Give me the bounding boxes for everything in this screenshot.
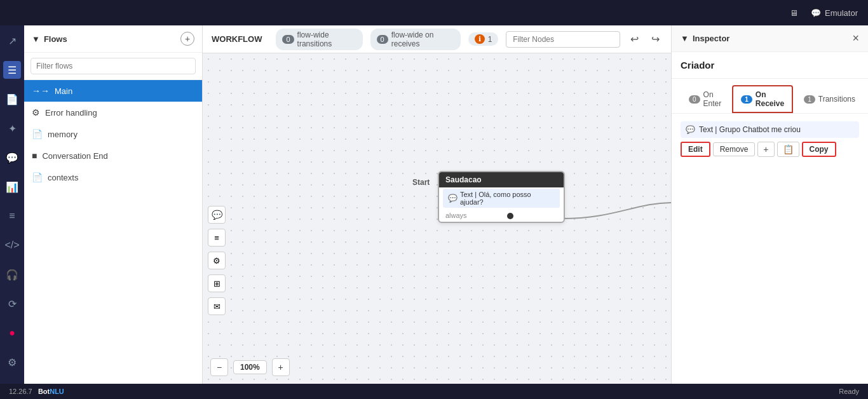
filter-nodes-input[interactable] <box>506 31 620 48</box>
sidebar-analytics-icon[interactable]: 📊 <box>3 178 21 196</box>
redo-button[interactable]: ↪ <box>649 32 662 46</box>
sidebar-nlu-icon[interactable]: ✦ <box>3 119 21 137</box>
node-saudacao-action: 💬 Text | Olá, como posso ajudar? <box>443 189 560 208</box>
sidebar-settings-icon[interactable]: ⚙ <box>3 353 21 371</box>
workflow-toolbar: WORKFLOW 0 flow-wide transitions 0 flow-… <box>203 25 671 53</box>
node-saudacao-title: Saudacao <box>439 172 564 187</box>
flow-arrow-icon: →→ <box>32 86 50 96</box>
sidebar-chat-icon[interactable]: 💬 <box>3 149 21 166</box>
sidebar-doc-icon[interactable]: 📄 <box>3 90 21 108</box>
sidebar-dev-icon[interactable]: </> <box>3 236 21 254</box>
canvas-icon-split[interactable]: ⊞ <box>208 274 226 292</box>
wf-badge-warn: ℹ 1 <box>468 32 499 46</box>
inspector-action-buttons: Edit Remove + 📋 Copy <box>681 142 859 157</box>
inspector-chevron-icon: ▼ <box>681 34 689 43</box>
tab-on-receive-label: On Receive <box>756 90 784 108</box>
wf-badge-receives-num: 0 <box>377 35 388 44</box>
edit-button[interactable]: Edit <box>681 142 710 157</box>
flow-label-convend: Conversation End <box>42 151 107 161</box>
sidebar-code-icon[interactable]: ≡ <box>3 207 21 225</box>
sidebar-integrations-icon[interactable]: ⟳ <box>3 295 21 313</box>
version-text: 12.26.7 BotNLU <box>9 388 64 395</box>
inspector-header-title: ▼ Inspector <box>681 34 729 43</box>
workflow-canvas[interactable]: Start Saudacao 💬 Text | Olá, como posso … <box>203 53 671 384</box>
wf-badge-transitions-num: 0 <box>282 35 294 44</box>
flow-doc-icon-memory: 📄 <box>32 129 43 139</box>
tab-on-enter-label: On Enter <box>703 90 722 108</box>
undo-button[interactable]: ↩ <box>628 32 641 46</box>
flow-item-memory[interactable]: 📄 memory <box>24 123 202 145</box>
emulator-button[interactable]: 💬 Emulator <box>811 8 858 18</box>
flows-chevron-icon: ▼ <box>32 34 40 44</box>
zoom-level: 100% <box>233 360 267 374</box>
flow-label-memory: memory <box>48 130 78 139</box>
copy-icon-button[interactable]: 📋 <box>777 142 799 157</box>
node-saudacao-always: always <box>439 209 564 222</box>
wf-badge-warn-val: 1 <box>488 35 492 44</box>
wf-badge-transitions-label: flow-wide transitions <box>297 30 356 48</box>
node-saudacao-dot <box>507 213 513 219</box>
status-text: Ready <box>839 388 859 395</box>
inspector-node-title: Criador <box>672 52 868 79</box>
wf-badge-receives-label: flow-wide on receives <box>391 30 454 48</box>
flow-item-contexts[interactable]: 📄 contexts <box>24 166 202 188</box>
canvas-icon-chat[interactable]: 💬 <box>208 206 226 224</box>
start-label: Start <box>412 178 430 187</box>
screen-icon: 🖥 <box>790 8 798 18</box>
canvas-icon-list[interactable]: ≡ <box>208 229 226 247</box>
inspector-close-button[interactable]: × <box>852 32 859 45</box>
flows-search-container <box>24 53 202 80</box>
zoom-in-button[interactable]: + <box>272 358 290 376</box>
emulator-label: Emulator <box>825 8 858 18</box>
add-icon-button[interactable]: + <box>757 142 774 157</box>
chat-icon: 💬 <box>448 194 458 203</box>
flow-item-error[interactable]: ⚙ Error handling <box>24 102 202 123</box>
tab-transitions[interactable]: 1 Transitions <box>796 90 864 108</box>
tab-on-enter-badge: 0 <box>689 95 700 104</box>
sidebar-agent-icon[interactable]: 🎧 <box>3 266 21 283</box>
flow-label-error: Error handling <box>45 108 97 118</box>
add-flow-button[interactable]: + <box>180 32 194 46</box>
screen-button[interactable]: 🖥 <box>790 8 798 18</box>
tab-on-enter[interactable]: 0 On Enter <box>681 86 729 112</box>
bottom-bar: 12.26.7 BotNLU Ready <box>0 384 868 399</box>
canvas-icon-email[interactable]: ✉ <box>208 297 226 315</box>
action-chat-icon: 💬 <box>686 125 695 134</box>
connector-path <box>562 203 671 219</box>
top-bar: 🖥 💬 Emulator <box>0 0 868 25</box>
wf-badge-transitions: 0 flow-wide transitions <box>276 29 362 50</box>
tab-transitions-label: Transitions <box>818 95 855 104</box>
flow-item-convend[interactable]: ■ Conversation End <box>24 145 202 166</box>
flow-square-icon: ■ <box>32 151 37 161</box>
inspector-content: 💬 Text | Grupo Chatbot me criou Edit Rem… <box>672 114 868 384</box>
sidebar-flows-icon[interactable]: ☰ <box>3 61 21 79</box>
canvas-icon-code[interactable]: ⚙ <box>208 252 226 269</box>
sidebar-notify-icon[interactable]: ● <box>3 324 21 342</box>
flows-title: ▼ Flows <box>32 34 67 44</box>
icon-sidebar: ↗ ☰ 📄 ✦ 💬 📊 ≡ </> 🎧 ⟳ ● ⚙ <box>0 25 24 384</box>
tab-on-receive-badge: 1 <box>741 95 752 104</box>
flows-panel: ▼ Flows + →→ Main ⚙ Error handling 📄 mem… <box>24 25 203 384</box>
inspector-tabs: 0 On Enter 1 On Receive 1 Transitions <box>672 79 868 114</box>
tab-on-receive[interactable]: 1 On Receive <box>732 85 793 113</box>
flow-doc-icon-contexts: 📄 <box>32 172 43 182</box>
flow-label-main: Main <box>55 86 72 96</box>
copy-button[interactable]: Copy <box>802 142 836 157</box>
flow-item-main[interactable]: →→ Main <box>24 80 202 102</box>
remove-button[interactable]: Remove <box>713 142 756 156</box>
inspector-action-row: 💬 Text | Grupo Chatbot me criou <box>681 121 859 138</box>
main-layout: ↗ ☰ 📄 ✦ 💬 📊 ≡ </> 🎧 ⟳ ● ⚙ ▼ Flows + →→ M… <box>0 25 868 384</box>
sidebar-share-icon[interactable]: ↗ <box>3 32 21 50</box>
connector-svg <box>203 53 671 384</box>
flows-header: ▼ Flows + <box>24 25 202 53</box>
flow-gear-icon: ⚙ <box>32 107 40 118</box>
flows-search-input[interactable] <box>31 58 196 74</box>
canvas-sidebar-icons: 💬 ≡ ⚙ ⊞ ✉ <box>208 206 226 315</box>
node-saudacao[interactable]: Saudacao 💬 Text | Olá, como posso ajudar… <box>438 171 565 223</box>
workflow-area: WORKFLOW 0 flow-wide transitions 0 flow-… <box>203 25 671 384</box>
flow-label-contexts: contexts <box>48 173 78 182</box>
inspector-panel: ▼ Inspector × Criador 0 On Enter 1 On Re… <box>671 25 868 384</box>
flows-list: →→ Main ⚙ Error handling 📄 memory ■ Conv… <box>24 80 202 188</box>
zoom-out-button[interactable]: − <box>210 358 228 376</box>
wf-badge-receives: 0 flow-wide on receives <box>370 29 461 50</box>
